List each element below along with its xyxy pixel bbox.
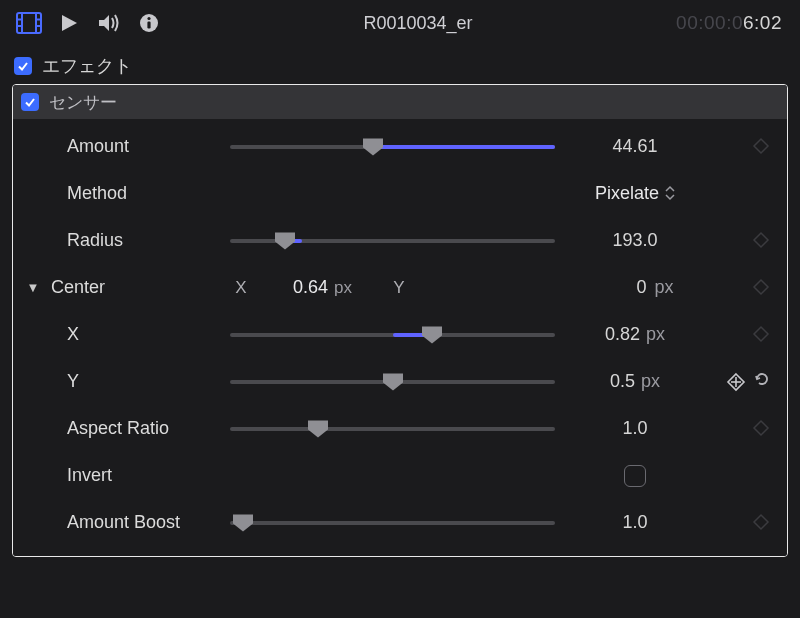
param-row-y: Y 0.5 px (13, 358, 787, 405)
svg-marker-13 (754, 139, 768, 153)
amount-slider[interactable] (230, 138, 555, 156)
effect-params: Amount 44.61 Method (13, 119, 787, 556)
inspector-tabs (18, 12, 160, 34)
x-slider[interactable] (230, 326, 555, 344)
svg-point-10 (147, 17, 150, 20)
y-value[interactable]: 0.5 (610, 371, 635, 392)
svg-rect-11 (147, 22, 150, 29)
aspect-slider[interactable] (230, 420, 555, 438)
center-xy: X 0.64 px Y (230, 277, 555, 298)
param-row-method: Method Pixelate (13, 170, 787, 217)
effect-name: センサー (49, 91, 117, 114)
keyframe-icon[interactable] (727, 373, 745, 391)
svg-marker-15 (754, 233, 768, 247)
amount-boost-slider[interactable] (230, 514, 555, 532)
amount-boost-value[interactable]: 1.0 (555, 512, 715, 533)
dropdown-arrows-icon (665, 185, 675, 203)
invert-checkbox[interactable] (624, 465, 646, 487)
aspect-value[interactable]: 1.0 (555, 418, 715, 439)
keyframe-icon[interactable] (753, 326, 771, 344)
center-x-label: X (230, 278, 252, 298)
svg-marker-26 (754, 515, 768, 529)
audio-tab-icon[interactable] (98, 12, 120, 34)
reset-icon[interactable] (753, 370, 771, 393)
keyframe-icon[interactable] (753, 420, 771, 438)
param-row-center: ▼ Center X 0.64 px Y 0 px (13, 264, 787, 311)
info-tab-icon[interactable] (138, 12, 160, 34)
effects-section-label: エフェクト (42, 54, 132, 78)
y-unit: px (641, 371, 660, 392)
amount-value[interactable]: 44.61 (555, 136, 715, 157)
method-dropdown[interactable]: Pixelate (595, 183, 675, 204)
method-value: Pixelate (595, 183, 659, 204)
param-row-invert: Invert (13, 452, 787, 499)
play-tab-icon[interactable] (58, 12, 80, 34)
param-label-y: Y (45, 371, 230, 392)
param-label-x: X (45, 324, 230, 345)
param-label-center: Center (45, 277, 230, 298)
param-label-method: Method (45, 183, 230, 204)
svg-marker-7 (62, 15, 77, 31)
effect-panel: センサー Amount 44.61 (12, 84, 788, 557)
timecode-lit: 6:02 (743, 12, 782, 33)
param-label-amount: Amount (45, 136, 230, 157)
center-x-unit: px (334, 278, 362, 298)
svg-marker-19 (383, 373, 403, 390)
effect-header[interactable]: センサー (13, 85, 787, 119)
param-row-aspect-ratio: Aspect Ratio 1.0 (13, 405, 787, 452)
svg-marker-14 (275, 232, 295, 249)
keyframe-icon[interactable] (753, 514, 771, 532)
x-value[interactable]: 0.82 (605, 324, 640, 345)
svg-marker-24 (754, 421, 768, 435)
param-label-aspect: Aspect Ratio (45, 418, 230, 439)
param-label-invert: Invert (45, 465, 230, 486)
keyframe-icon[interactable] (753, 138, 771, 156)
svg-marker-18 (754, 327, 768, 341)
svg-marker-25 (233, 514, 253, 531)
param-row-amount: Amount 44.61 (13, 123, 787, 170)
effects-enable-checkbox[interactable] (14, 57, 32, 75)
inspector-tab-bar: R0010034_er 00:00:06:02 (0, 0, 800, 46)
disclosure-triangle-icon[interactable]: ▼ (27, 280, 40, 295)
radius-slider[interactable] (230, 232, 555, 250)
center-x-value[interactable]: 0.64 (258, 277, 328, 298)
svg-marker-8 (99, 15, 109, 31)
param-row-radius: Radius 193.0 (13, 217, 787, 264)
effects-section-header: エフェクト (0, 46, 800, 82)
x-unit: px (646, 324, 665, 345)
keyframe-icon[interactable] (753, 279, 771, 297)
center-y-label: Y (388, 278, 410, 298)
center-y-value[interactable]: 0 (596, 277, 646, 298)
svg-marker-12 (363, 138, 383, 155)
param-row-x: X 0.82 px (13, 311, 787, 358)
clip-title: R0010034_er (160, 13, 676, 34)
y-slider[interactable] (230, 373, 555, 391)
svg-marker-16 (754, 280, 768, 294)
radius-value[interactable]: 193.0 (555, 230, 715, 251)
center-y-unit: px (654, 277, 673, 298)
param-label-radius: Radius (45, 230, 230, 251)
timecode-dim: 00:00:0 (676, 12, 743, 33)
svg-marker-23 (308, 420, 328, 437)
svg-marker-17 (422, 326, 442, 343)
param-label-amount-boost: Amount Boost (45, 512, 230, 533)
svg-rect-0 (17, 13, 41, 33)
video-tab-icon[interactable] (18, 12, 40, 34)
param-row-amount-boost: Amount Boost 1.0 (13, 499, 787, 546)
timecode: 00:00:06:02 (676, 12, 782, 34)
keyframe-icon[interactable] (753, 232, 771, 250)
effect-enable-checkbox[interactable] (21, 93, 39, 111)
